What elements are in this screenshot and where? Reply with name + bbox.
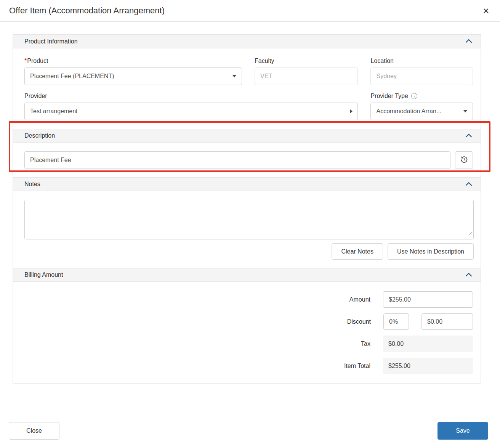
amount-field[interactable]	[383, 291, 473, 308]
amount-label: Amount	[349, 296, 370, 303]
section-header-billing-amount: Billing Amount	[13, 268, 481, 282]
clear-notes-button[interactable]: Clear Notes	[332, 243, 383, 260]
faculty-field	[255, 67, 358, 85]
save-button[interactable]: Save	[438, 422, 488, 440]
section-header-description: Description	[13, 129, 481, 143]
provider-type-select-value: Accommodation Arran...	[376, 108, 441, 115]
info-icon[interactable]: i	[411, 93, 417, 99]
section-header-notes: Notes	[13, 177, 481, 191]
collapse-button[interactable]	[465, 133, 472, 139]
billing-amount-body: Amount Discount Tax $0.00 Item Total $25…	[13, 282, 481, 383]
description-field[interactable]	[24, 151, 450, 169]
chevron-up-icon	[465, 133, 472, 139]
chevron-down-icon	[463, 110, 467, 112]
location-field	[370, 67, 473, 85]
provider-label: Provider	[24, 93, 358, 100]
chevron-up-icon	[465, 181, 472, 187]
chevron-up-icon	[465, 39, 472, 44]
provider-expand-icon[interactable]	[350, 109, 353, 113]
section-title: Description	[24, 132, 55, 139]
product-label: *Product	[24, 58, 242, 64]
product-information-body: *Product Placement Fee (PLACEMENT) Facul…	[13, 48, 481, 129]
reset-description-button[interactable]	[455, 151, 473, 169]
collapse-button[interactable]	[465, 39, 472, 44]
modal-header: Offer Item (Accommodation Arrangement) ✕	[0, 0, 500, 22]
provider-type-select[interactable]: Accommodation Arran...	[370, 103, 473, 120]
chevron-up-icon	[465, 272, 472, 278]
product-select-value: Placement Fee (PLACEMENT)	[30, 73, 114, 80]
provider-field[interactable]	[24, 103, 358, 120]
product-select[interactable]: Placement Fee (PLACEMENT)	[24, 67, 242, 85]
provider-type-label: Provider Type	[370, 93, 408, 100]
discount-percent-field[interactable]	[383, 313, 409, 330]
chevron-down-icon	[232, 75, 236, 77]
location-label: Location	[370, 58, 473, 64]
item-total-value: $255.00	[383, 358, 473, 374]
collapse-button[interactable]	[465, 181, 472, 187]
description-body	[13, 143, 481, 177]
tax-label: Tax	[361, 340, 370, 347]
notes-textarea[interactable]	[24, 200, 474, 239]
close-icon[interactable]: ✕	[482, 7, 489, 15]
history-restore-icon	[460, 156, 468, 165]
modal-title: Offer Item (Accommodation Arrangement)	[9, 6, 165, 16]
collapse-button[interactable]	[465, 272, 472, 278]
section-title: Product Information	[24, 38, 78, 45]
faculty-label: Faculty	[255, 58, 358, 64]
notes-body: Clear Notes Use Notes in Description	[13, 191, 481, 268]
section-title: Notes	[24, 181, 40, 188]
discount-label: Discount	[347, 318, 371, 325]
modal-body: Product Information *Product Placement F…	[13, 34, 481, 384]
resize-handle-icon[interactable]	[468, 230, 472, 237]
use-notes-in-description-button[interactable]: Use Notes in Description	[388, 243, 474, 260]
tax-value: $0.00	[383, 336, 473, 352]
required-marker: *	[24, 58, 27, 64]
discount-amount-field[interactable]	[421, 313, 473, 330]
section-header-product-information: Product Information	[13, 35, 481, 48]
item-total-label: Item Total	[344, 363, 370, 369]
section-title: Billing Amount	[24, 271, 63, 278]
offer-item-modal: Offer Item (Accommodation Arrangement) ✕…	[0, 0, 500, 448]
close-button[interactable]: Close	[9, 422, 59, 440]
